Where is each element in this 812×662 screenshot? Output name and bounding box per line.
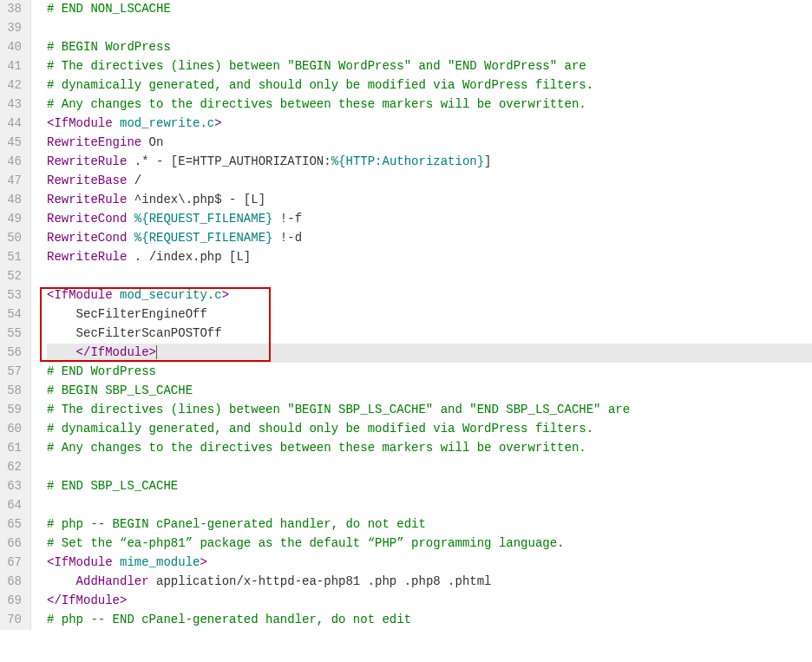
line-number: 62: [7, 458, 22, 477]
code-editor[interactable]: 38 39 40 41 42 43 44 45 46 47 48 49 50 5…: [0, 0, 812, 630]
directive: RewriteCond: [47, 212, 127, 226]
variable: %{HTTP:Authorization}: [331, 154, 484, 168]
comment-text: # END WordPress: [47, 364, 156, 378]
indent: [47, 574, 76, 588]
code-line[interactable]: <IfModule mime_module>: [47, 554, 812, 573]
code-line[interactable]: RewriteRule . /index.php [L]: [47, 248, 812, 267]
line-number: 40: [7, 38, 22, 57]
line-number: 56: [7, 344, 22, 363]
line-number: 46: [7, 153, 22, 172]
code-line[interactable]: # END WordPress: [47, 363, 812, 382]
code-line[interactable]: # dynamically generated, and should only…: [47, 76, 812, 95]
indent: [47, 345, 76, 359]
args: . /index.php [L]: [127, 250, 251, 264]
line-number: 49: [7, 210, 22, 229]
code-line[interactable]: RewriteEngine On: [47, 134, 812, 153]
line-number: 60: [7, 420, 22, 439]
code-line[interactable]: [47, 267, 812, 286]
tag-open: <IfModule: [47, 288, 120, 302]
code-line[interactable]: [47, 458, 812, 477]
directive: RewriteRule: [47, 154, 127, 168]
directive: RewriteRule: [47, 193, 127, 206]
line-number: 48: [7, 191, 22, 210]
args: !-f: [272, 212, 302, 226]
code-line[interactable]: # The directives (lines) between "BEGIN …: [47, 401, 812, 420]
tag-close: </IfModule>: [47, 593, 127, 607]
directive: RewriteCond: [47, 231, 127, 245]
comment-text: # END SBP_LS_CACHE: [47, 479, 178, 493]
caret-icon: [156, 345, 157, 359]
directive-text: SecFilterScanPOSTOff: [76, 326, 222, 340]
code-line[interactable]: <IfModule mod_security.c>: [47, 286, 812, 305]
code-line[interactable]: # END NON_LSCACHE: [47, 0, 812, 19]
line-number: 58: [7, 382, 22, 401]
args: [127, 212, 134, 226]
code-line-current[interactable]: </IfModule>: [47, 344, 812, 363]
line-number: 50: [7, 229, 22, 248]
code-line[interactable]: <IfModule mod_rewrite.c>: [47, 115, 812, 134]
line-number: 41: [7, 57, 22, 76]
comment-text: # The directives (lines) between "BEGIN …: [47, 59, 586, 73]
code-area[interactable]: # END NON_LSCACHE # BEGIN WordPress # Th…: [31, 0, 812, 630]
comment-text: # php -- BEGIN cPanel-generated handler,…: [47, 517, 426, 531]
tag-close: >: [200, 555, 206, 569]
comment-text: # BEGIN WordPress: [47, 40, 171, 54]
code-line[interactable]: # dynamically generated, and should only…: [47, 420, 812, 439]
line-number: 63: [7, 477, 22, 496]
variable: %{REQUEST_FILENAME}: [134, 212, 273, 226]
code-line[interactable]: [47, 19, 812, 38]
variable: %{REQUEST_FILENAME}: [134, 231, 273, 245]
code-line[interactable]: # END SBP_LS_CACHE: [47, 477, 812, 496]
line-number: 54: [7, 305, 22, 324]
line-number: 61: [7, 439, 22, 458]
code-line[interactable]: RewriteBase /: [47, 172, 812, 191]
line-number: 66: [7, 534, 22, 554]
line-number: 65: [7, 515, 22, 534]
comment-text: # END NON_LSCACHE: [47, 2, 171, 16]
line-number: 43: [7, 95, 22, 115]
line-number: 47: [7, 172, 22, 191]
code-line[interactable]: # Any changes to the directives between …: [47, 439, 812, 458]
code-line[interactable]: RewriteRule ^index\.php$ - [L]: [47, 191, 812, 210]
tag-attr: mime_module: [120, 555, 200, 569]
args: On: [141, 135, 163, 149]
line-number: 59: [7, 401, 22, 420]
line-number: 38: [7, 0, 22, 19]
code-line[interactable]: # php -- END cPanel-generated handler, d…: [47, 611, 812, 630]
args: ]: [484, 154, 491, 168]
code-line[interactable]: RewriteCond %{REQUEST_FILENAME} !-d: [47, 229, 812, 248]
args: /: [127, 174, 141, 187]
args: ^index\.php$ - [L]: [127, 193, 265, 206]
code-line[interactable]: # BEGIN SBP_LS_CACHE: [47, 382, 812, 401]
directive: RewriteBase: [47, 174, 127, 187]
line-number: 53: [7, 286, 22, 305]
code-line[interactable]: RewriteCond %{REQUEST_FILENAME} !-f: [47, 210, 812, 229]
directive: AddHandler: [76, 574, 149, 588]
args: !-d: [272, 231, 302, 245]
line-number: 51: [7, 248, 22, 267]
tag-attr: mod_security.c: [120, 288, 222, 302]
line-number: 52: [7, 267, 22, 286]
line-number: 44: [7, 115, 22, 134]
code-line[interactable]: [47, 496, 812, 515]
comment-text: # Set the “ea-php81” package as the defa…: [47, 536, 565, 550]
code-line[interactable]: # php -- BEGIN cPanel-generated handler,…: [47, 515, 812, 534]
line-number: 70: [7, 611, 22, 630]
tag-close: </IfModule>: [76, 345, 156, 359]
code-line[interactable]: RewriteRule .* - [E=HTTP_AUTHORIZATION:%…: [47, 153, 812, 172]
line-number: 57: [7, 363, 22, 382]
line-number: 68: [7, 573, 22, 592]
code-line[interactable]: SecFilterEngineOff: [47, 305, 812, 324]
line-number: 55: [7, 324, 22, 344]
code-line[interactable]: </IfModule>: [47, 592, 812, 611]
code-line[interactable]: SecFilterScanPOSTOff: [47, 324, 812, 344]
code-line[interactable]: # The directives (lines) between "BEGIN …: [47, 57, 812, 76]
directive-text: SecFilterEngineOff: [76, 307, 207, 321]
code-line[interactable]: # Any changes to the directives between …: [47, 95, 812, 115]
line-number: 42: [7, 76, 22, 95]
code-line[interactable]: # Set the “ea-php81” package as the defa…: [47, 534, 812, 554]
code-line[interactable]: # BEGIN WordPress: [47, 38, 812, 57]
code-line[interactable]: AddHandler application/x-httpd-ea-php81 …: [47, 573, 812, 592]
comment-text: # dynamically generated, and should only…: [47, 422, 593, 436]
comment-text: # Any changes to the directives between …: [47, 441, 586, 455]
